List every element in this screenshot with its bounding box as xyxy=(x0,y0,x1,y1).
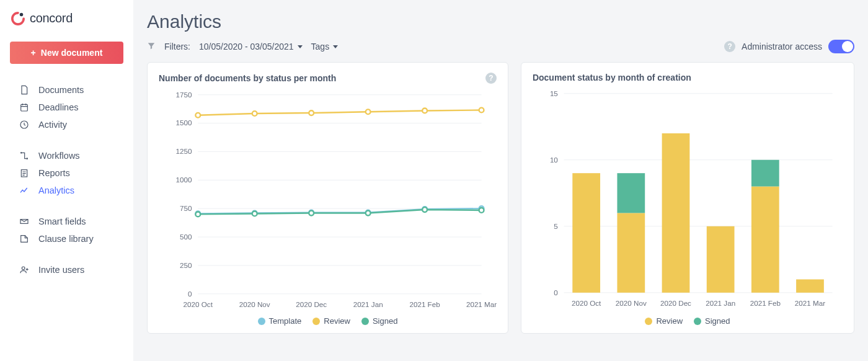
sidebar-item-label: Smart fields xyxy=(38,216,86,226)
svg-text:1250: 1250 xyxy=(176,147,192,155)
svg-point-47 xyxy=(479,208,484,213)
card-title: Document status by month of creation xyxy=(533,73,691,82)
calendar-icon xyxy=(19,102,30,112)
svg-text:250: 250 xyxy=(180,261,192,269)
card-title: Number of documents by status per month xyxy=(159,73,336,83)
legend-item-signed: Signed xyxy=(361,316,397,326)
main-content: Analytics Filters: 10/05/2020 - 03/05/20… xyxy=(133,0,868,361)
svg-text:2021 Mar: 2021 Mar xyxy=(795,299,825,307)
svg-rect-60 xyxy=(617,173,645,213)
svg-text:2020 Nov: 2020 Nov xyxy=(239,300,270,308)
bar-chart: 0510152020 Oct2020 Nov2020 Dec2021 Jan20… xyxy=(533,87,843,311)
admin-access-label: Administrator access xyxy=(742,42,822,51)
svg-text:15: 15 xyxy=(550,89,558,97)
svg-text:2021 Jan: 2021 Jan xyxy=(706,299,735,307)
filter-icon xyxy=(147,42,156,52)
legend-label: Template xyxy=(269,316,302,326)
svg-text:10: 10 xyxy=(550,156,558,164)
legend-item-template: Template xyxy=(258,316,302,326)
chevron-down-icon xyxy=(298,45,303,48)
svg-point-3 xyxy=(20,152,22,154)
card-status-by-creation-month: Document status by month of creation 051… xyxy=(521,62,854,334)
clock-icon xyxy=(19,120,30,130)
sidebar-item-invite-users[interactable]: Invite users xyxy=(0,261,133,279)
sidebar: concord + New document DocumentsDeadline… xyxy=(0,0,133,361)
svg-text:2020 Dec: 2020 Dec xyxy=(296,300,327,308)
svg-point-43 xyxy=(252,212,257,216)
svg-text:2020 Dec: 2020 Dec xyxy=(660,299,691,307)
line-chart: 025050075010001250150017502020 Oct2020 N… xyxy=(159,89,497,312)
svg-rect-59 xyxy=(617,213,645,292)
sidebar-item-label: Activity xyxy=(38,120,67,130)
sidebar-item-analytics[interactable]: Analytics xyxy=(0,182,133,199)
svg-text:2021 Mar: 2021 Mar xyxy=(466,300,497,308)
page-title: Analytics xyxy=(147,11,854,32)
tags-label: Tags xyxy=(311,42,330,51)
svg-point-42 xyxy=(195,212,200,216)
svg-text:5: 5 xyxy=(554,222,557,230)
sidebar-item-label: Analytics xyxy=(38,185,74,195)
help-icon[interactable]: ? xyxy=(724,41,735,52)
sidebar-item-label: Documents xyxy=(38,85,84,95)
svg-text:1750: 1750 xyxy=(176,91,192,99)
svg-text:2020 Oct: 2020 Oct xyxy=(572,299,601,307)
svg-rect-66 xyxy=(751,187,779,293)
sidebar-item-deadlines[interactable]: Deadlines xyxy=(0,99,133,116)
svg-point-39 xyxy=(366,109,371,114)
sidebar-item-reports[interactable]: Reports xyxy=(0,164,133,182)
legend-label: Signed xyxy=(373,316,397,326)
svg-text:1000: 1000 xyxy=(176,176,192,184)
svg-text:2020 Nov: 2020 Nov xyxy=(616,299,647,307)
new-document-label: New document xyxy=(41,48,103,58)
legend-swatch-review xyxy=(312,318,320,325)
admin-access-toggle[interactable] xyxy=(828,40,854,53)
plus-icon: + xyxy=(31,48,36,58)
legend-label: Signed xyxy=(705,316,730,326)
svg-text:750: 750 xyxy=(180,204,192,212)
svg-point-44 xyxy=(309,211,314,216)
brand-logo: concord xyxy=(0,11,133,25)
svg-rect-62 xyxy=(662,133,690,293)
bar-chart-legend: Review Signed xyxy=(533,316,843,326)
card-documents-by-status: Number of documents by status per month … xyxy=(147,62,508,334)
svg-text:2021 Feb: 2021 Feb xyxy=(750,299,781,307)
sidebar-item-clause-library[interactable]: Clause library xyxy=(0,230,133,247)
svg-point-40 xyxy=(422,109,427,114)
sidebar-item-label: Invite users xyxy=(38,265,84,275)
svg-rect-69 xyxy=(796,279,824,292)
svg-text:0: 0 xyxy=(188,290,192,298)
svg-text:500: 500 xyxy=(180,233,192,241)
svg-rect-1 xyxy=(21,104,28,111)
date-range-filter[interactable]: 10/05/2020 - 03/05/2021 xyxy=(199,42,303,51)
sidebar-item-smart-fields[interactable]: Smart fields xyxy=(0,213,133,230)
sidebar-item-documents[interactable]: Documents xyxy=(0,81,133,99)
svg-point-0 xyxy=(20,12,24,16)
legend-swatch-signed xyxy=(694,318,701,325)
toggle-knob xyxy=(842,41,853,52)
legend-item-review: Review xyxy=(645,316,683,326)
svg-point-7 xyxy=(22,267,25,270)
sidebar-item-label: Clause library xyxy=(38,234,94,244)
svg-rect-64 xyxy=(707,226,735,293)
tags-filter[interactable]: Tags xyxy=(311,42,339,51)
svg-point-45 xyxy=(366,211,371,216)
help-icon[interactable]: ? xyxy=(485,73,497,84)
svg-rect-67 xyxy=(751,160,779,187)
sidebar-item-label: Deadlines xyxy=(38,102,79,112)
svg-point-36 xyxy=(195,113,200,118)
svg-text:2021 Jan: 2021 Jan xyxy=(353,300,383,308)
svg-point-38 xyxy=(309,110,314,115)
brand-name: concord xyxy=(30,11,73,25)
legend-label: Review xyxy=(324,316,350,326)
legend-swatch-review xyxy=(645,318,652,325)
legend-swatch-template xyxy=(258,318,265,325)
document-icon xyxy=(19,85,30,95)
new-document-button[interactable]: + New document xyxy=(10,42,123,64)
sidebar-item-label: Workflows xyxy=(38,151,80,161)
sidebar-item-workflows[interactable]: Workflows xyxy=(0,147,133,164)
sidebar-item-activity[interactable]: Activity xyxy=(0,116,133,133)
svg-text:0: 0 xyxy=(554,288,558,296)
filter-bar: Filters: 10/05/2020 - 03/05/2021 Tags ? … xyxy=(147,40,854,53)
clause-icon xyxy=(19,234,30,244)
legend-item-review: Review xyxy=(312,316,350,326)
